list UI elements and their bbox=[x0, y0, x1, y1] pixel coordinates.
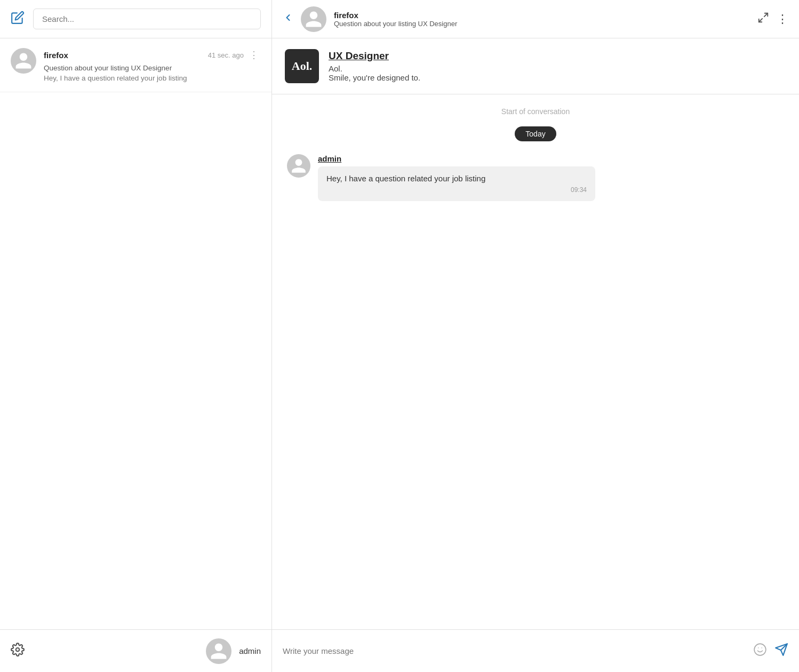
footer-username: admin bbox=[239, 646, 261, 655]
message-avatar bbox=[287, 154, 310, 178]
conversation-name: firefox bbox=[44, 51, 68, 60]
message-text: Hey, I have a question related your job … bbox=[326, 174, 485, 183]
more-options-button[interactable]: ⋮ bbox=[777, 12, 788, 26]
more-options-button[interactable]: ⋮ bbox=[247, 48, 261, 62]
message-sender: admin bbox=[318, 154, 784, 163]
chat-input-area bbox=[272, 629, 799, 672]
listing-company: Aol. bbox=[329, 64, 420, 73]
svg-line-2 bbox=[759, 18, 762, 21]
left-header bbox=[0, 0, 271, 38]
date-badge-wrapper: Today bbox=[287, 126, 784, 141]
chat-header-subject: Question about your listing UX Designer bbox=[334, 20, 750, 28]
conversation-subject: Question about your listing UX Designer bbox=[44, 64, 261, 72]
conversation-top-right: 41 sec. ago ⋮ bbox=[204, 48, 261, 62]
listing-info: UX Designer Aol. Smile, you're designed … bbox=[329, 50, 420, 82]
conversation-preview: Hey, I have a question related your job … bbox=[44, 74, 261, 82]
message-input[interactable] bbox=[283, 646, 746, 655]
chat-header-name: firefox bbox=[334, 11, 750, 20]
back-button[interactable] bbox=[283, 12, 293, 26]
conversation-top: firefox 41 sec. ago ⋮ bbox=[44, 48, 261, 62]
date-badge: Today bbox=[515, 126, 556, 141]
right-panel: firefox Question about your listing UX D… bbox=[272, 0, 799, 672]
conversations-list: firefox 41 sec. ago ⋮ Question about you… bbox=[0, 38, 271, 629]
chat-header-info: firefox Question about your listing UX D… bbox=[334, 11, 750, 28]
listing-card: Aol. UX Designer Aol. Smile, you're desi… bbox=[272, 38, 799, 94]
listing-logo-text: Aol. bbox=[292, 59, 313, 73]
chat-messages: Start of conversation Today admin Hey, I… bbox=[272, 94, 799, 629]
search-input[interactable] bbox=[33, 9, 261, 29]
message-content: admin Hey, I have a question related you… bbox=[318, 154, 784, 201]
expand-icon[interactable] bbox=[757, 12, 769, 27]
chat-header-avatar bbox=[301, 6, 326, 32]
listing-title: UX Designer bbox=[329, 50, 420, 62]
emoji-button[interactable] bbox=[753, 643, 767, 660]
conversation-start-label: Start of conversation bbox=[287, 107, 784, 116]
message-time: 09:34 bbox=[326, 186, 587, 194]
left-panel: firefox 41 sec. ago ⋮ Question about you… bbox=[0, 0, 272, 672]
conversation-time: 41 sec. ago bbox=[208, 51, 244, 59]
message-group: admin Hey, I have a question related you… bbox=[287, 154, 784, 201]
conversation-content: firefox 41 sec. ago ⋮ Question about you… bbox=[44, 48, 261, 82]
chat-header: firefox Question about your listing UX D… bbox=[272, 0, 799, 38]
conversation-item[interactable]: firefox 41 sec. ago ⋮ Question about you… bbox=[0, 38, 271, 92]
message-bubble: Hey, I have a question related your job … bbox=[318, 166, 595, 201]
footer-avatar bbox=[206, 638, 231, 664]
settings-icon[interactable] bbox=[11, 643, 25, 660]
send-button[interactable] bbox=[774, 643, 788, 660]
svg-point-3 bbox=[754, 644, 766, 655]
svg-line-1 bbox=[764, 13, 768, 16]
listing-logo: Aol. bbox=[285, 49, 319, 83]
listing-tagline: Smile, you're designed to. bbox=[329, 73, 420, 82]
svg-point-0 bbox=[16, 647, 20, 651]
left-footer: admin bbox=[0, 629, 271, 672]
avatar bbox=[11, 48, 36, 74]
compose-icon[interactable] bbox=[11, 11, 25, 28]
